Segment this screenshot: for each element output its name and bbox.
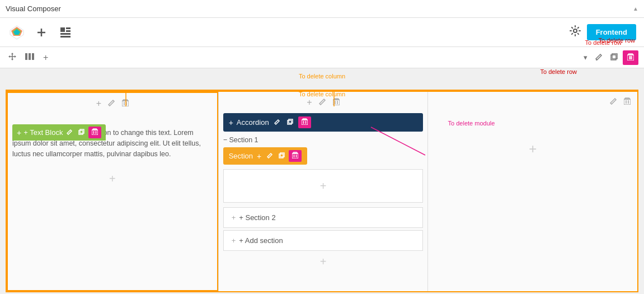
accordion-edit-button[interactable] xyxy=(272,118,282,127)
svg-rect-49 xyxy=(279,154,283,158)
row-toolbar: + To delete row ▾ To delete row xyxy=(0,47,644,68)
col2-trash-button[interactable] xyxy=(331,97,342,108)
accordion-bar: + Accordion xyxy=(223,113,424,132)
section-edit-button[interactable] xyxy=(265,152,275,161)
svg-rect-44 xyxy=(289,119,293,123)
text-block-label: + Text Block xyxy=(23,128,63,137)
svg-rect-51 xyxy=(292,153,298,158)
svg-rect-55 xyxy=(624,99,631,105)
col1-top-bar: + xyxy=(12,97,213,110)
svg-rect-50 xyxy=(280,153,284,157)
settings-button[interactable] xyxy=(569,25,581,40)
section-inner-add-box[interactable]: + xyxy=(223,169,424,203)
svg-rect-8 xyxy=(66,30,70,32)
svg-marker-14 xyxy=(11,53,13,54)
column-2: To delete module + + Accordion xyxy=(218,92,429,291)
col3-edit-button[interactable] xyxy=(608,96,619,108)
title-bar-arrow: ▲ xyxy=(633,6,638,12)
col3-top-bar xyxy=(433,96,633,108)
section1-header[interactable]: − Section 1 xyxy=(223,136,424,144)
col2-top-bar: + xyxy=(223,96,424,109)
svg-rect-28 xyxy=(628,54,633,55)
text-block-edit-button[interactable] xyxy=(65,128,74,137)
col3-center-add[interactable]: + xyxy=(433,141,633,157)
svg-marker-16 xyxy=(8,55,10,58)
svg-rect-48 xyxy=(303,119,307,120)
section-inner-add-icon: + xyxy=(320,180,327,193)
svg-rect-34 xyxy=(80,129,84,133)
accordion-clone-button[interactable] xyxy=(285,118,295,127)
main-content: To delete column To delete row + xyxy=(0,68,644,294)
col1-trash-button[interactable] xyxy=(120,98,131,109)
to-delete-row-top-annotation: To delete row xyxy=(540,68,577,75)
accordion-label: Accordion xyxy=(237,118,269,127)
text-block-toolbar: + + Text Block xyxy=(12,124,106,141)
section1-label: − Section 1 xyxy=(223,136,258,144)
section2-row[interactable]: + + Section 2 xyxy=(223,207,424,228)
svg-rect-6 xyxy=(60,27,65,32)
row-move-button[interactable] xyxy=(6,51,19,64)
add-element-button[interactable] xyxy=(34,25,49,40)
svg-rect-18 xyxy=(25,53,27,60)
svg-rect-33 xyxy=(79,130,83,134)
svg-rect-32 xyxy=(123,100,128,101)
to-delete-module-annotation: To delete module xyxy=(448,120,495,127)
to-delete-column-text: To delete column xyxy=(299,73,345,80)
svg-rect-9 xyxy=(60,33,70,35)
svg-rect-29 xyxy=(122,101,129,106)
row-layout-button[interactable] xyxy=(22,52,37,63)
col3-trash-button[interactable] xyxy=(622,96,633,108)
vc-logo xyxy=(8,24,26,41)
col1-edit-button[interactable] xyxy=(106,98,117,109)
accordion-add-icon: + xyxy=(229,118,233,127)
col2-bottom-add[interactable]: + xyxy=(223,255,424,268)
section-toolbar: Section + xyxy=(223,147,308,165)
svg-rect-58 xyxy=(625,98,629,99)
svg-rect-10 xyxy=(60,36,70,38)
section-label: Section xyxy=(229,152,253,160)
text-block-delete-button[interactable] xyxy=(88,127,101,138)
templates-button[interactable] xyxy=(57,24,74,41)
col1-bottom-add[interactable]: + xyxy=(12,172,213,185)
row-dropdown-button[interactable]: ▾ xyxy=(581,52,590,63)
svg-marker-15 xyxy=(11,59,13,60)
row-clone-button[interactable] xyxy=(608,52,621,64)
svg-rect-35 xyxy=(92,130,98,135)
plus-icon: + xyxy=(17,128,21,137)
svg-rect-20 xyxy=(32,53,34,60)
col2-add-button[interactable]: + xyxy=(304,96,314,109)
add-section-label: + Add section xyxy=(239,236,283,245)
svg-point-11 xyxy=(574,29,577,32)
add-section-row[interactable]: + + Add section xyxy=(223,230,424,251)
section-delete-button[interactable] xyxy=(289,150,302,162)
svg-rect-7 xyxy=(66,27,70,29)
svg-marker-17 xyxy=(15,55,16,58)
to-delete-row-label: To delete row xyxy=(599,37,635,44)
row-delete-button[interactable] xyxy=(623,50,638,65)
app-title: Visual Composer xyxy=(6,4,61,13)
row-edit-button[interactable] xyxy=(593,52,605,64)
section-add-button[interactable]: + xyxy=(255,151,263,161)
svg-rect-43 xyxy=(288,120,292,124)
section-clone-button[interactable] xyxy=(277,152,286,161)
text-block-clone-button[interactable] xyxy=(77,128,86,137)
svg-rect-42 xyxy=(334,99,339,100)
col2-edit-button[interactable] xyxy=(317,97,328,108)
column-1: + + + Text Block xyxy=(7,92,218,291)
svg-rect-45 xyxy=(302,120,308,125)
text-block-container: + + Text Block I am text block. xyxy=(12,125,213,161)
top-toolbar: Frontend xyxy=(0,18,644,47)
col1-add-button[interactable]: + xyxy=(94,97,104,110)
title-bar: Visual Composer ▲ xyxy=(0,0,644,18)
svg-rect-38 xyxy=(93,129,97,130)
to-delete-column-annotation: To delete column xyxy=(299,91,345,97)
accordion-delete-button[interactable] xyxy=(298,116,311,128)
svg-rect-54 xyxy=(293,152,297,153)
svg-rect-19 xyxy=(29,53,31,60)
add-section-plus-icon: + xyxy=(232,236,236,245)
columns-wrapper: + + + Text Block xyxy=(6,91,638,292)
svg-rect-39 xyxy=(333,100,340,105)
section2-label: + Section 2 xyxy=(239,213,275,222)
section2-plus-icon: + xyxy=(232,213,236,222)
row-add-button[interactable]: + xyxy=(40,51,51,64)
